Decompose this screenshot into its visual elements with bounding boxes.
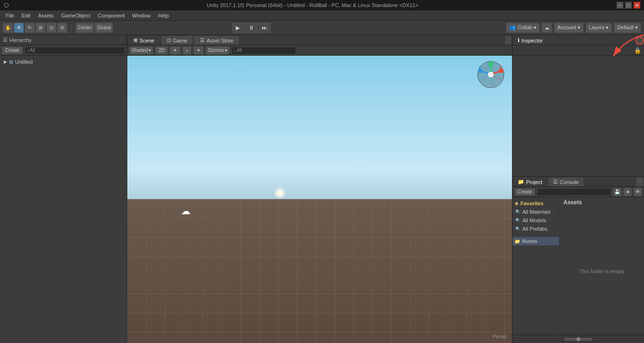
- menu-edit[interactable]: Edit: [18, 12, 34, 19]
- hierarchy-icon: ☰: [3, 37, 8, 43]
- cloud-button[interactable]: ☁: [542, 23, 552, 33]
- scene-tab-game[interactable]: ⊡ Game: [161, 35, 193, 45]
- inspector-content: [512, 56, 644, 176]
- assets-tree: 📁 Assets: [512, 237, 559, 245]
- fav-item-materials[interactable]: 🔍 All Materials: [512, 208, 559, 216]
- hierarchy-menu-icon[interactable]: ⋮: [119, 37, 124, 43]
- menu-gameobject[interactable]: GameObject: [58, 12, 94, 19]
- hand-tool-button[interactable]: ✋: [3, 23, 13, 33]
- audio-button[interactable]: ♪: [182, 46, 191, 55]
- project-search-input[interactable]: [537, 188, 611, 196]
- hierarchy-toolbar: Create: [0, 45, 127, 56]
- project-tab-more[interactable]: ⋮: [636, 177, 644, 186]
- project-eye-icon[interactable]: 👁: [634, 188, 642, 196]
- fav-materials-label: All Materials: [522, 209, 551, 215]
- hierarchy-create-button[interactable]: Create: [2, 47, 23, 54]
- inspector-tab-more[interactable]: ⋮: [636, 35, 644, 45]
- annotation-circle: [636, 36, 644, 45]
- hierarchy-search-input[interactable]: [25, 47, 125, 54]
- zoom-slider-thumb: [577, 337, 580, 341]
- favorites-star-icon: ★: [514, 201, 519, 206]
- menu-assets[interactable]: Assets: [34, 12, 58, 19]
- right-container: ℹ Inspector ⋮: [512, 35, 644, 343]
- project-content: ★ Favorites 🔍 All Materials 🔍 All Models…: [512, 197, 644, 335]
- rect-tool-button[interactable]: ⊡: [46, 23, 57, 33]
- game-tab-label: Game: [173, 38, 187, 43]
- titlebar-title: Unity 2017.1.1f1 Personal (64bit) - Unti…: [207, 2, 419, 8]
- close-button[interactable]: ✕: [634, 2, 640, 8]
- hierarchy-content: ▶ ⊞ Untitled: [0, 56, 127, 343]
- scene-tabs-more[interactable]: ⋮: [504, 35, 512, 45]
- 2d-button[interactable]: 2D: [155, 46, 168, 55]
- play-button[interactable]: ▶: [232, 23, 244, 33]
- fav-item-prefabs[interactable]: 🔍 All Prefabs: [512, 225, 559, 233]
- scene-icon: ⊞: [9, 59, 13, 65]
- minimize-button[interactable]: ─: [617, 2, 623, 8]
- menu-component[interactable]: Component: [94, 12, 128, 19]
- pause-button[interactable]: ⏸: [245, 23, 257, 33]
- folder-icon: 📁: [514, 239, 520, 244]
- menu-help[interactable]: Help: [154, 12, 173, 19]
- project-create-button[interactable]: Create: [514, 188, 535, 196]
- fav-models-label: All Models: [522, 218, 546, 223]
- inspector-tab[interactable]: ℹ Inspector: [512, 35, 548, 45]
- project-bottom-bar: [512, 335, 644, 343]
- hierarchy-item-untitled[interactable]: ▶ ⊞ Untitled: [2, 58, 125, 66]
- empty-folder-text: This folder is empty: [579, 268, 624, 274]
- menu-file[interactable]: File: [2, 12, 18, 19]
- fav-item-models[interactable]: 🔍 All Models: [512, 216, 559, 225]
- gizmos-dropdown[interactable]: Gizmos ▾: [206, 46, 230, 55]
- scene-tab-assetstore[interactable]: ☰ Asset Store: [194, 35, 239, 45]
- shading-dropdown[interactable]: Shaded ▾: [129, 46, 153, 55]
- scene-search-input[interactable]: [231, 47, 296, 54]
- move-tool-button[interactable]: ✥: [14, 23, 24, 33]
- hierarchy-title: Hierarchy: [9, 37, 32, 43]
- toolbar: ✋ ✥ ↻ ⊞ ⊡ ⊟ Center Global ▶ ⏸ ⏭ 👥 Collab…: [0, 21, 644, 35]
- menu-window[interactable]: Window: [128, 12, 154, 19]
- assets-header: Assets: [560, 197, 644, 208]
- collab-icon: 👥: [509, 25, 516, 31]
- project-main-area: Assets This folder is empty: [560, 197, 644, 335]
- scene-tab-scene[interactable]: ⊞ Scene: [127, 35, 160, 45]
- restore-button[interactable]: □: [625, 2, 632, 8]
- global-button[interactable]: Global: [95, 23, 113, 33]
- scene-toolbar: Shaded ▾ 2D ☀ ♪ ✦ Gizmos ▾: [127, 45, 512, 56]
- transform2-tool-button[interactable]: ⊟: [57, 23, 67, 33]
- transform-gizmo[interactable]: X Y Z: [477, 60, 505, 89]
- account-button[interactable]: Account ▾: [554, 23, 584, 33]
- lock-icon[interactable]: 🔒: [634, 47, 641, 54]
- layers-button[interactable]: Layers ▾: [586, 23, 612, 33]
- project-tab-project[interactable]: 📁 Project: [512, 177, 547, 186]
- collab-button[interactable]: 👥 Collab ▾: [506, 23, 540, 33]
- hierarchy-item-label: Untitled: [15, 59, 33, 65]
- lighting-button[interactable]: ☀: [170, 46, 181, 55]
- layout-button[interactable]: Default ▾: [614, 23, 641, 33]
- search-icon-3: 🔍: [515, 226, 520, 231]
- search-icon-2: 🔍: [515, 218, 520, 223]
- svg-text:Y: Y: [489, 60, 492, 64]
- scene-view[interactable]: ✺ ☁ Persp X: [127, 56, 512, 343]
- inspector-panel: ℹ Inspector ⋮: [512, 35, 644, 176]
- game-tab-icon: ⊡: [167, 37, 171, 43]
- assets-empty-content: This folder is empty: [560, 208, 644, 335]
- scene-grid: [127, 200, 512, 343]
- fx-button[interactable]: ✦: [193, 46, 204, 55]
- project-tab-console[interactable]: ☰ Console: [548, 177, 584, 186]
- project-star-icon[interactable]: ★: [623, 188, 632, 196]
- gizmos-label: Gizmos: [208, 48, 224, 53]
- assets-folder-item[interactable]: 📁 Assets: [512, 237, 559, 245]
- project-more-icon: ⋮: [637, 179, 643, 185]
- project-folder-icon: 📁: [518, 179, 524, 185]
- hierarchy-panel: ☰ Hierarchy ⋮ Create ▶ ⊞ Untitled: [0, 35, 127, 343]
- project-tabs: 📁 Project ☰ Console ⋮: [512, 176, 644, 187]
- project-save-icon[interactable]: 💾: [613, 188, 621, 196]
- fav-prefabs-label: All Prefabs: [522, 226, 547, 232]
- scale-tool-button[interactable]: ⊞: [35, 23, 46, 33]
- svg-text:X: X: [499, 65, 502, 69]
- center-button[interactable]: Center: [75, 23, 94, 33]
- main-area: ☰ Hierarchy ⋮ Create ▶ ⊞ Untitled ⊞ Scen…: [0, 35, 644, 343]
- step-button[interactable]: ⏭: [258, 23, 271, 33]
- inspector-tabs: ℹ Inspector ⋮: [512, 35, 644, 45]
- rotate-tool-button[interactable]: ↻: [25, 23, 35, 33]
- zoom-slider[interactable]: [564, 338, 593, 341]
